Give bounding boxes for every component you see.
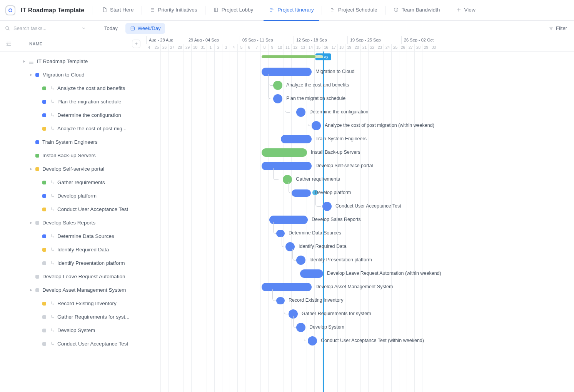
gantt-body[interactable]: TodayMigration to CloudAnalyze the cost … xyxy=(146,51,574,392)
gantt-bar-label: Develop Self-service portal xyxy=(315,163,373,168)
day-label: 18 xyxy=(337,44,345,51)
gantt-bar[interactable] xyxy=(292,189,311,197)
gantt-row: Install Back-up Servers xyxy=(146,146,574,159)
tab-add-view[interactable]: View xyxy=(451,0,481,21)
day-label: 7 xyxy=(253,44,260,51)
svg-marker-32 xyxy=(30,73,32,76)
task-label: Determine the configuration xyxy=(57,112,121,118)
status-chip xyxy=(42,181,46,184)
gantt-milestone[interactable] xyxy=(296,256,305,265)
tab-project-lobby[interactable]: Project Lobby xyxy=(208,0,259,21)
task-list-pane: NAME IT Roadmap TemplateMigration to Clo… xyxy=(0,36,146,392)
caret-icon[interactable] xyxy=(22,60,26,63)
caret-icon[interactable] xyxy=(29,288,33,292)
status-chip xyxy=(42,315,46,319)
collapse-icon[interactable] xyxy=(5,41,12,47)
day-label: 4 xyxy=(230,44,237,51)
search-icon xyxy=(5,25,10,31)
subtask-icon xyxy=(49,85,55,91)
task-row[interactable]: Determine Data Sources xyxy=(0,229,146,243)
task-row[interactable]: Analyze the cost of post mig... xyxy=(0,122,146,135)
svg-marker-33 xyxy=(30,168,32,170)
gantt-milestone[interactable] xyxy=(312,121,321,130)
week-label: 29 Aug - 04 Sep xyxy=(186,36,219,44)
gantt-bar-label: Install Back-up Servers xyxy=(311,149,360,155)
tab-label: Start Here xyxy=(110,7,134,13)
svg-rect-16 xyxy=(131,27,134,30)
task-row[interactable]: Migration to Cloud xyxy=(0,68,146,81)
gantt-row: Conduct User Acceptance Test xyxy=(146,200,574,213)
tab-project-itinerary[interactable]: Project Itinerary xyxy=(264,0,319,21)
task-row[interactable]: Develop System xyxy=(0,324,146,337)
filter-button[interactable]: Filter xyxy=(545,25,571,31)
search-input[interactable] xyxy=(13,25,71,31)
search-box[interactable] xyxy=(3,25,88,31)
caret-icon[interactable] xyxy=(29,221,33,225)
task-label: Identify Presentation platform xyxy=(57,260,125,266)
workspace-logo[interactable] xyxy=(5,5,15,15)
task-row[interactable]: Record Existing Inventory xyxy=(0,297,146,310)
status-chip xyxy=(42,86,46,90)
task-row[interactable]: Develop Asset Management System xyxy=(0,283,146,297)
task-label: Conduct User Acceptance Test xyxy=(57,206,128,212)
tab-project-schedule[interactable]: Project Schedule xyxy=(324,0,383,21)
day-label: 23 xyxy=(376,44,384,51)
task-row[interactable]: Develop Sales Reports xyxy=(0,216,146,229)
task-row[interactable]: Conduct User Acceptance Test xyxy=(0,203,146,216)
list-icon xyxy=(28,60,34,63)
tab-label: Team Bandwidth xyxy=(402,7,440,13)
day-label: 19 xyxy=(345,44,353,51)
gantt-bar-label: Develop Leave Request Automation (within… xyxy=(327,271,441,276)
today-button[interactable]: Today xyxy=(100,23,122,34)
gantt-row: Migration to Cloud xyxy=(146,65,574,79)
caret-icon[interactable] xyxy=(29,73,33,77)
gantt-bar[interactable] xyxy=(281,135,312,143)
app-header: IT Roadmap Template Start HerePriority I… xyxy=(0,0,574,21)
task-label: Develop Leave Request Automation xyxy=(42,274,125,279)
task-row[interactable]: Train System Engineers xyxy=(0,135,146,149)
task-label: Plan the migration schedule xyxy=(57,99,122,105)
task-row[interactable]: IT Roadmap Template xyxy=(0,55,146,68)
gantt-bar[interactable] xyxy=(262,162,312,170)
subtask-icon xyxy=(49,314,55,320)
week-label: 19 Sep - 25 Sep xyxy=(347,36,381,44)
timeframe-pill[interactable]: Week/Day xyxy=(125,23,165,34)
day-label: 22 xyxy=(368,44,376,51)
caret-icon[interactable] xyxy=(29,167,33,171)
task-row[interactable]: Conduct User Acceptance Test xyxy=(0,337,146,350)
gantt-row: Conduct User Acceptance Test (within wee… xyxy=(146,334,574,348)
task-label: Develop Asset Management System xyxy=(42,287,126,293)
gantt-bar[interactable] xyxy=(262,148,307,157)
task-row[interactable]: Identify Required Data xyxy=(0,243,146,256)
gantt-milestone[interactable] xyxy=(308,336,317,345)
tab-priority-initiatives[interactable]: Priority Initiatives xyxy=(144,0,203,21)
gantt-milestone[interactable] xyxy=(322,202,332,211)
gantt-bar[interactable] xyxy=(300,269,323,278)
task-row[interactable]: Analyze the cost and benefits xyxy=(0,81,146,95)
task-row[interactable]: Install Back-up Servers xyxy=(0,149,146,162)
tab-team-bandwidth[interactable]: Team Bandwidth xyxy=(388,0,446,21)
gantt-row: Analyze the cost and benefits xyxy=(146,79,574,92)
task-row[interactable]: Gather requirements xyxy=(0,176,146,189)
tab-start-here[interactable]: Start Here xyxy=(96,0,139,21)
task-row[interactable]: Develop Leave Request Automation xyxy=(0,270,146,283)
main-split: NAME IT Roadmap TemplateMigration to Clo… xyxy=(0,36,574,392)
task-label: Identify Required Data xyxy=(57,247,109,252)
gantt-bar[interactable] xyxy=(276,297,285,304)
task-row[interactable]: Develop Self-service portal xyxy=(0,162,146,176)
gantt-bar-label: Gather requirements xyxy=(296,176,340,182)
status-chip xyxy=(35,154,39,158)
day-label: 30 xyxy=(191,44,199,51)
gantt-milestone[interactable] xyxy=(273,94,282,103)
task-row[interactable]: Determine the configuration xyxy=(0,108,146,122)
task-row[interactable]: Develop platform xyxy=(0,189,146,203)
gantt-milestone[interactable] xyxy=(273,81,282,90)
gantt-milestone[interactable] xyxy=(296,108,305,117)
gantt-bar[interactable] xyxy=(262,283,312,291)
day-label: 28 xyxy=(176,44,184,51)
task-row[interactable]: Identify Presentation platform xyxy=(0,256,146,270)
task-row[interactable]: Plan the migration schedule xyxy=(0,95,146,108)
add-column-button[interactable] xyxy=(132,40,140,48)
task-row[interactable]: Gather Requirements for syst... xyxy=(0,310,146,324)
day-label: 11 xyxy=(284,44,291,51)
